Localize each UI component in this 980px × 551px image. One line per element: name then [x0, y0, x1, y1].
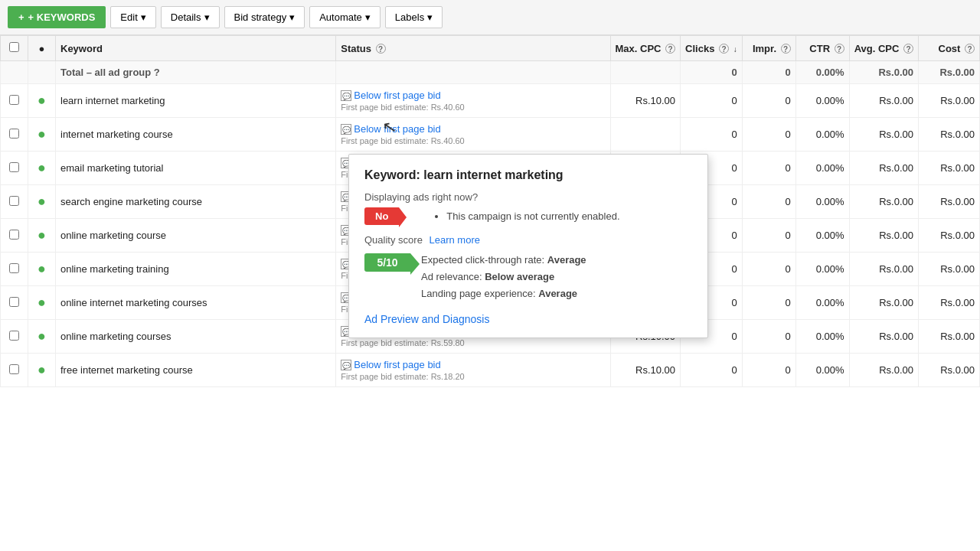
row-cost: Rs.0.00 — [919, 152, 980, 185]
row-status-link[interactable]: Below first page bid — [354, 123, 440, 135]
row-maxcpc: Rs.10.00 — [610, 354, 681, 387]
total-impr: 0 — [742, 61, 795, 84]
total-help-icon[interactable]: ? — [154, 67, 160, 78]
row-keyword: online marketing course — [56, 219, 336, 253]
labels-label: Labels — [395, 11, 424, 23]
status-bubble-icon[interactable]: 💬 — [341, 124, 351, 135]
details-button[interactable]: Details ▾ — [161, 6, 220, 28]
popup-landing-value: Average — [538, 288, 577, 299]
row-status-sub: First page bid estimate: Rs.18.20 — [341, 372, 605, 381]
row-ctr: 0.00% — [795, 354, 849, 387]
row-checkbox[interactable] — [9, 129, 19, 139]
row-avgcpc: Rs.0.00 — [849, 118, 918, 152]
cost-help-icon[interactable]: ? — [965, 44, 975, 54]
row-checkbox-cell[interactable] — [1, 354, 28, 387]
row-status-link[interactable]: Below first page bid — [354, 90, 440, 101]
avgcpc-help-icon[interactable]: ? — [903, 44, 913, 54]
row-status-sub: First page bid estimate: Rs.40.60 — [341, 103, 605, 112]
th-maxcpc: Max. CPC ? — [610, 36, 681, 61]
row-checkbox[interactable] — [9, 95, 19, 105]
row-keyword: email marketing tutorial — [56, 152, 336, 185]
th-avgcpc: Avg. CPC ? — [849, 36, 918, 61]
total-avgcpc: Rs.0.00 — [849, 61, 918, 84]
automate-button[interactable]: Automate ▾ — [309, 6, 381, 28]
bid-chevron-icon: ▾ — [289, 11, 295, 23]
row-keyword: free internet marketing course — [56, 354, 336, 387]
keywords-button[interactable]: + + KEYWORDS — [8, 6, 106, 28]
status-help-icon[interactable]: ? — [376, 44, 386, 54]
edit-chevron-icon: ▾ — [141, 11, 146, 23]
row-checkbox-cell[interactable] — [1, 185, 28, 219]
row-impr: 0 — [742, 185, 795, 219]
row-impr: 0 — [742, 84, 795, 118]
row-status-link[interactable]: Below first page bid — [354, 359, 440, 370]
row-cost: Rs.0.00 — [919, 219, 980, 253]
details-label: Details — [171, 11, 201, 23]
edit-label: Edit — [120, 11, 137, 23]
total-cost: Rs.0.00 — [919, 61, 980, 84]
row-status-sub: First page bid estimate: Rs.40.60 — [341, 136, 605, 145]
popup-relevance-row: Ad relevance: Below average — [421, 269, 586, 285]
row-clicks: 0 — [681, 118, 743, 152]
th-select-all[interactable] — [1, 36, 28, 61]
total-label: Total – all ad group ? — [56, 61, 336, 84]
maxcpc-help-icon[interactable]: ? — [665, 44, 675, 54]
row-checkbox[interactable] — [9, 331, 19, 341]
row-status: 💬Below first page bid First page bid est… — [336, 354, 610, 387]
th-clicks: Clicks ? ↓ — [681, 36, 743, 61]
th-cost: Cost ? — [919, 36, 980, 61]
row-keyword: online marketing courses — [56, 320, 336, 354]
row-avgcpc: Rs.0.00 — [849, 354, 918, 387]
row-checkbox-cell[interactable] — [1, 152, 28, 185]
row-maxcpc: Rs.10.00 — [610, 84, 681, 118]
select-all-checkbox[interactable] — [9, 42, 19, 52]
row-status: 💬Below first page bid First page bid est… — [336, 84, 610, 118]
row-checkbox-cell[interactable] — [1, 219, 28, 253]
row-checkbox-cell[interactable] — [1, 253, 28, 286]
row-checkbox[interactable] — [9, 162, 19, 172]
popup-ad-preview-link[interactable]: Ad Preview and Diagnosis — [364, 313, 692, 325]
total-clicks: 0 — [681, 61, 743, 84]
row-avgcpc: Rs.0.00 — [849, 219, 918, 253]
row-checkbox-cell[interactable] — [1, 286, 28, 320]
row-cost: Rs.0.00 — [919, 320, 980, 354]
row-keyword: learn internet marketing — [56, 84, 336, 118]
row-checkbox[interactable] — [9, 263, 19, 273]
status-bubble-icon[interactable]: 💬 — [341, 360, 351, 370]
row-checkbox-cell[interactable] — [1, 320, 28, 354]
row-checkbox[interactable] — [9, 230, 19, 240]
popup-ctr-value: Average — [547, 254, 586, 266]
ctr-help-icon[interactable]: ? — [835, 44, 844, 54]
row-clicks: 0 — [681, 354, 743, 387]
row-status-dot: ● — [28, 219, 56, 253]
no-badge: No — [364, 207, 399, 225]
row-impr: 0 — [742, 320, 795, 354]
plus-icon: + — [18, 11, 24, 23]
row-checkbox[interactable] — [9, 297, 19, 307]
popup-quality-section: Quality score Learn more — [364, 234, 692, 246]
row-ctr: 0.00% — [795, 320, 849, 354]
row-checkbox[interactable] — [9, 196, 19, 206]
row-cost: Rs.0.00 — [919, 286, 980, 320]
popup-quality-details: Expected click-through rate: Average Ad … — [421, 252, 586, 302]
popup-relevance-value: Below average — [485, 271, 554, 282]
details-chevron-icon: ▾ — [204, 11, 210, 23]
row-checkbox-cell[interactable] — [1, 118, 28, 152]
impr-help-icon[interactable]: ? — [781, 44, 791, 54]
clicks-sort-icon[interactable]: ↓ — [733, 45, 737, 54]
row-checkbox-cell[interactable] — [1, 84, 28, 118]
automate-chevron-icon: ▾ — [365, 11, 371, 23]
popup-reason: This campaign is not currently enabled. — [446, 210, 619, 222]
popup-reason-item: This campaign is not currently enabled. — [446, 210, 619, 222]
labels-button[interactable]: Labels ▾ — [385, 6, 443, 28]
status-bubble-icon[interactable]: 💬 — [341, 90, 351, 101]
table-row: ● internet marketing course 💬Below first… — [1, 118, 980, 152]
popup-landing-label: Landing page experience: — [421, 288, 536, 299]
bid-strategy-button[interactable]: Bid strategy ▾ — [224, 6, 305, 28]
popup-learn-more-link[interactable]: Learn more — [430, 234, 480, 246]
edit-button[interactable]: Edit ▾ — [110, 6, 155, 28]
row-avgcpc: Rs.0.00 — [849, 185, 918, 219]
clicks-help-icon[interactable]: ? — [719, 44, 729, 54]
row-checkbox[interactable] — [9, 364, 19, 374]
row-status-dot: ● — [28, 354, 56, 387]
